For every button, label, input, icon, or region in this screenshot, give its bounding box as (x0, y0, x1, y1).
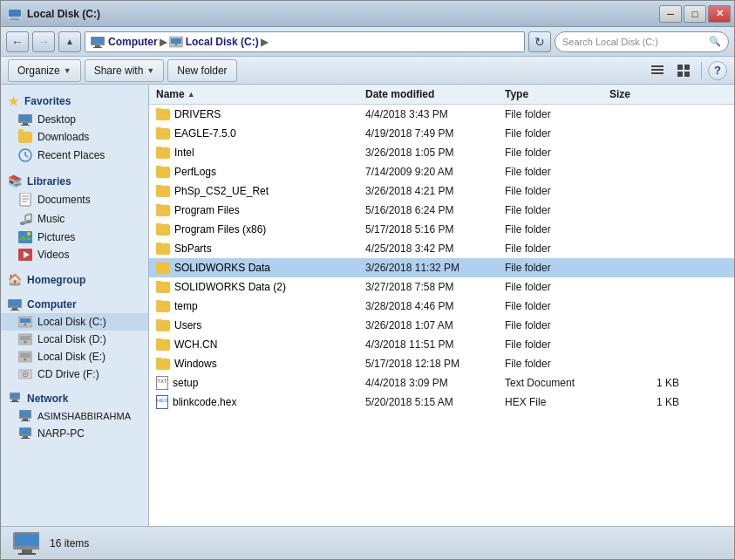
svg-point-49 (24, 341, 27, 344)
table-row[interactable]: TXT setup 4/4/2018 3:09 PM Text Document… (149, 373, 734, 393)
svg-rect-65 (20, 428, 31, 434)
svg-rect-71 (18, 553, 36, 555)
col-header-type[interactable]: Type (505, 88, 609, 100)
folder-icon (156, 359, 170, 370)
file-name-text: Windows (174, 358, 217, 370)
file-date-cell: 7/14/2009 9:20 AM (365, 166, 505, 178)
table-row[interactable]: DRIVERS 4/4/2018 3:43 PM File folder (149, 105, 734, 124)
computer-address-icon (91, 36, 105, 48)
view-details-button[interactable] (646, 60, 669, 81)
computer-header[interactable]: Computer (1, 296, 148, 313)
sidebar-item-network-2[interactable]: NARP-PC (1, 425, 148, 442)
file-type-cell: HEX File (505, 396, 609, 408)
sidebar-item-recent[interactable]: Recent Places (1, 146, 148, 165)
column-headers: Name ▲ Date modified Type Size (149, 85, 734, 105)
file-name-cell: temp (156, 300, 365, 312)
file-name-cell: Program Files (x86) (156, 223, 365, 236)
up-button[interactable]: ▲ (58, 31, 81, 52)
computer-status-icon (11, 530, 39, 557)
svg-rect-63 (21, 420, 30, 421)
toolbar-right: ? (646, 60, 727, 81)
file-list: DRIVERS 4/4/2018 3:43 PM File folder EAG… (149, 105, 734, 526)
file-name-text: WCH.CN (174, 338, 217, 351)
network-sidebar-icon (8, 393, 22, 405)
back-button[interactable]: ← (6, 31, 29, 52)
organize-button[interactable]: Organize ▼ (8, 59, 81, 82)
new-folder-button[interactable]: New folder (167, 59, 236, 82)
table-row[interactable]: temp 3/28/2018 4:46 PM File folder (149, 297, 734, 316)
sidebar-item-local-e[interactable]: Local Disk (E:) (1, 348, 148, 365)
table-row[interactable]: Intel 3/26/2018 1:05 PM File folder (149, 143, 734, 162)
sidebar-item-videos[interactable]: Videos (1, 246, 148, 263)
search-box[interactable]: Search Local Disk (C:) 🔍 (555, 31, 729, 52)
file-name-text: Program Files (x86) (174, 223, 266, 236)
table-row[interactable]: PerfLogs 7/14/2009 9:20 AM File folder (149, 162, 734, 181)
file-name-text: setup (173, 377, 198, 389)
pc-icon-1 (18, 410, 32, 422)
file-date-cell: 3/26/2018 1:05 PM (365, 147, 505, 159)
sidebar-item-downloads[interactable]: Downloads (1, 128, 148, 146)
sidebar-item-pictures[interactable]: Pictures (1, 229, 148, 246)
sidebar-item-local-d[interactable]: Local Disk (D:) (1, 331, 148, 348)
drive-e-icon (18, 351, 32, 363)
file-type-cell: File folder (505, 300, 609, 312)
sidebar-item-local-c[interactable]: Local Disk (C:) (1, 313, 148, 331)
table-row[interactable]: Program Files 5/16/2018 6:24 PM File fol… (149, 201, 734, 220)
organize-arrow: ▼ (64, 66, 71, 75)
sidebar-item-documents[interactable]: Documents (1, 190, 148, 209)
close-button[interactable]: ✕ (708, 5, 731, 23)
col-header-date[interactable]: Date modified (365, 88, 505, 100)
table-row[interactable]: Program Files (x86) 5/17/2018 5:16 PM Fi… (149, 220, 734, 239)
svg-rect-6 (95, 45, 100, 47)
svg-line-34 (25, 214, 31, 215)
status-count: 16 items (50, 537, 89, 550)
path-computer[interactable]: Computer (108, 36, 158, 48)
name-sort-arrow: ▲ (187, 90, 195, 99)
sidebar-item-cd-f[interactable]: CD Drive (F:) (1, 365, 148, 383)
table-row[interactable]: EAGLE-7.5.0 4/19/2018 7:49 PM File folde… (149, 124, 734, 143)
file-name-text: Users (174, 319, 201, 331)
table-row[interactable]: SOLIDWORKS Data (2) 3/27/2018 7:58 PM Fi… (149, 277, 734, 297)
network-header[interactable]: Network (1, 390, 148, 407)
view-large-button[interactable] (672, 60, 695, 81)
table-row[interactable]: HEX blinkcode.hex 5/20/2018 5:15 AM HEX … (149, 393, 734, 412)
table-row[interactable]: PhSp_CS2_UE_Ret 3/26/2018 4:21 PM File f… (149, 181, 734, 201)
col-header-size[interactable]: Size (609, 88, 679, 100)
table-row[interactable]: WCH.CN 4/3/2018 11:51 PM File folder (149, 335, 734, 354)
help-button[interactable]: ? (708, 61, 727, 80)
file-type-cell: File folder (505, 108, 609, 120)
file-date-cell: 3/27/2018 7:58 PM (365, 281, 505, 293)
homegroup-header[interactable]: 🏠 Homegroup (1, 270, 148, 289)
network-section: Network ASIMSHABBIRAHMA (1, 390, 148, 442)
window-icon (8, 7, 22, 21)
favorites-header[interactable]: ★ Favorites (1, 92, 148, 111)
col-header-name[interactable]: Name ▲ (156, 88, 365, 100)
svg-rect-1 (9, 10, 21, 17)
table-row[interactable]: Windows 5/17/2018 12:18 PM File folder (149, 354, 734, 373)
maximize-button[interactable]: □ (684, 5, 706, 23)
table-row[interactable]: SbParts 4/25/2018 3:42 PM File folder (149, 239, 734, 258)
svg-rect-13 (651, 72, 664, 74)
forward-button[interactable]: → (32, 31, 55, 52)
file-name-cell: Users (156, 319, 365, 331)
svg-rect-70 (22, 550, 32, 553)
file-name-cell: SOLIDWORKS Data (156, 262, 365, 274)
file-type-cell: File folder (505, 319, 609, 331)
share-with-button[interactable]: Share with ▼ (85, 59, 165, 82)
address-path[interactable]: Computer ▶ Local Disk (C:) ▶ (85, 31, 525, 52)
path-disk[interactable]: Local Disk (C:) (186, 36, 259, 48)
refresh-button[interactable]: ↻ (528, 31, 551, 52)
svg-rect-20 (23, 123, 28, 125)
table-row[interactable]: SOLIDWORKS Data 3/26/2018 11:32 PM File … (149, 258, 734, 277)
sidebar-item-network-1[interactable]: ASIMSHABBIRAHMA (1, 407, 148, 425)
sidebar-item-music[interactable]: Music (1, 209, 148, 229)
sidebar-item-desktop[interactable]: Desktop (1, 111, 148, 128)
file-name-text: Program Files (174, 204, 240, 216)
svg-rect-61 (20, 411, 31, 417)
computer-section: Computer Local Disk (C:) (1, 296, 148, 383)
file-name-text: temp (174, 300, 198, 312)
table-row[interactable]: Users 3/26/2018 1:07 AM File folder (149, 316, 734, 335)
pc-icon-2 (18, 427, 32, 440)
libraries-header[interactable]: 📚 Libraries (1, 172, 148, 190)
minimize-button[interactable]: ─ (659, 5, 682, 23)
